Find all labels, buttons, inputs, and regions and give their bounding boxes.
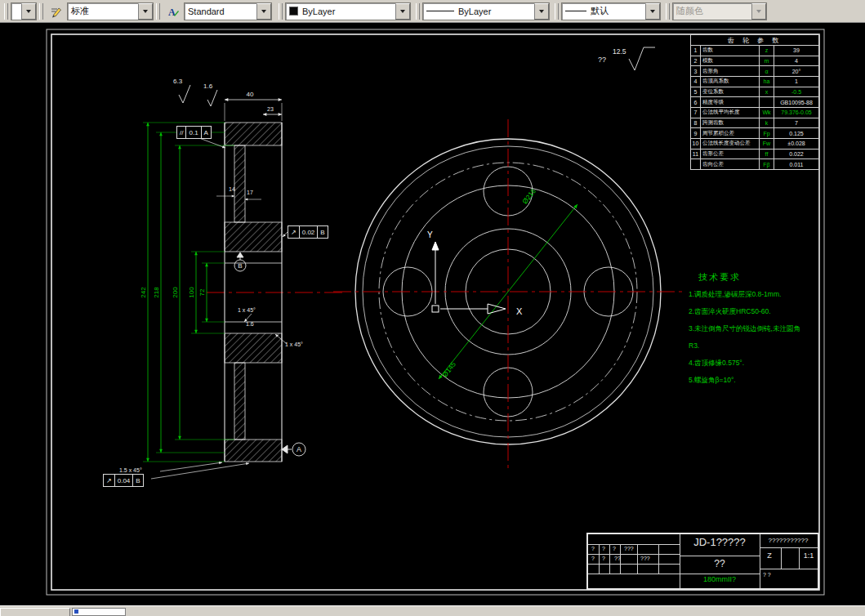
chamfer-label-3: 1.5 x 45°	[119, 467, 142, 473]
title-block-line	[680, 574, 760, 574]
table-row: 2 模数 m 4	[691, 56, 818, 67]
param-name: 公法线长度变动公差	[701, 139, 760, 149]
title-block-line	[680, 556, 760, 556]
table-row: 11 齿形公差 ff 0.022	[691, 150, 818, 160]
surface-finish-symbols: 6.3 1.6 12.5 ??	[173, 47, 655, 106]
dim-style-combo[interactable]: 标准	[67, 2, 154, 20]
plot-style-combo-value: 随颜色	[673, 3, 751, 20]
param-name: 跨测齿数	[701, 118, 760, 128]
tolerance-datum: B	[318, 226, 327, 238]
note-item: 3.未注倒角尺寸的锐边倒钝,未注圆角	[689, 320, 827, 337]
param-name: 齿形角	[701, 66, 760, 76]
chevron-down-icon[interactable]	[138, 3, 153, 20]
param-name: 周节累积公差	[701, 128, 760, 138]
param-no: 2	[691, 56, 701, 66]
dim-14: 14	[229, 186, 235, 192]
tolerance-value: 0.02	[300, 226, 319, 238]
param-sym	[760, 97, 774, 107]
tolerance-symbol: //	[177, 127, 186, 138]
material: 180mmII?	[681, 575, 758, 583]
table-row: 1 齿数 z 39	[691, 46, 818, 56]
toolbar-grip[interactable]	[39, 3, 43, 20]
tolerance-value: 0.1	[186, 127, 201, 138]
rim-bottom-hatch	[225, 440, 282, 462]
app-icon	[74, 609, 78, 614]
param-sym: Wk	[760, 108, 774, 118]
part-number: JD-1?????	[681, 536, 758, 548]
color-swatch	[289, 7, 298, 16]
linetype-combo-value: ByLayer	[423, 3, 534, 20]
tolerance-value: 0.04	[115, 475, 134, 486]
param-no: 11	[691, 150, 701, 159]
roughness-check-icon	[207, 90, 217, 106]
toolbar-grip[interactable]	[666, 3, 670, 20]
chevron-down-icon[interactable]	[395, 3, 410, 20]
param-no: 1	[691, 46, 701, 56]
param-val: 7	[774, 118, 818, 128]
linetype-combo[interactable]: ByLayer	[422, 2, 550, 20]
lineweight-combo-value: 默认	[562, 3, 645, 20]
taskbar-button[interactable]	[0, 608, 70, 616]
chevron-down-icon[interactable]	[21, 3, 36, 20]
note-item: R3.	[689, 337, 827, 355]
text-style-icon[interactable]: A	[164, 2, 182, 20]
dim-outer-dia-label: Ø216	[520, 187, 537, 206]
lineweight-combo[interactable]: 默认	[561, 2, 661, 20]
param-no: 9	[691, 128, 701, 138]
section-dimensions: 242 218 200 100 72	[140, 123, 207, 462]
param-no	[691, 159, 701, 169]
param-sym: k	[760, 118, 774, 128]
param-sym: ff	[760, 150, 774, 159]
text-style-combo[interactable]: Standard	[184, 2, 272, 20]
chevron-down-icon[interactable]	[534, 3, 549, 20]
title-cell-mark: ?	[602, 556, 605, 561]
drawing-canvas[interactable]: Ø216 Ø145 X Y	[0, 23, 865, 605]
param-val: 0.011	[774, 159, 818, 169]
chevron-down-icon[interactable]	[645, 3, 660, 20]
toolbar-grip[interactable]	[279, 3, 283, 20]
param-val: 20°	[774, 66, 818, 76]
param-val: 39	[774, 46, 818, 56]
pickbox	[432, 306, 439, 312]
roughness-check-icon	[629, 47, 655, 70]
color-combo[interactable]: ByLayer	[285, 2, 411, 20]
title-cell-mark: ???	[640, 556, 650, 561]
dim-style-combo-value: 标准	[68, 3, 138, 20]
title-block-line	[760, 569, 818, 569]
title-cell-mark: ??	[614, 556, 621, 561]
param-val: 1	[774, 77, 818, 87]
part-name: ??	[681, 558, 758, 569]
title-block-line	[658, 544, 659, 574]
table-row: 8 跨测齿数 k 7	[691, 118, 818, 129]
dim-style-icon[interactable]	[47, 2, 65, 20]
dim-40: 40	[247, 91, 254, 98]
toolbar-grip[interactable]	[156, 3, 160, 20]
dim-72: 72	[198, 288, 206, 296]
chamfer-label-2: 1 x 45°	[285, 341, 303, 347]
technical-notes: 技术要求 1.调质处理,渗碳层深0.8-1mm. 2.齿面淬火硬度HRC50-6…	[689, 271, 827, 389]
scale-value: 1:1	[799, 551, 818, 560]
taskbar-field[interactable]	[72, 608, 126, 616]
param-name: 模数	[701, 56, 760, 66]
title-block-line	[588, 574, 680, 574]
rim-top-hatch	[225, 123, 282, 145]
param-val: 79.376-0.05	[774, 108, 818, 118]
finish-6-3: 6.3	[173, 78, 183, 85]
param-no: 3	[691, 66, 701, 76]
note-item: 1.调质处理,渗碳层深0.8-1mm.	[689, 286, 827, 303]
datum-b-label: B	[238, 262, 242, 270]
toolbar-grip[interactable]	[555, 3, 559, 20]
param-sym: m	[760, 56, 774, 66]
dim-100: 100	[188, 287, 195, 298]
roughness-prefix: ??	[598, 56, 606, 64]
workspace-combo[interactable]	[11, 2, 37, 20]
dim-17: 17	[247, 190, 253, 195]
tolerance-symbol: ↗	[104, 475, 115, 486]
chevron-down-icon[interactable]	[256, 3, 271, 20]
param-name: 变位系数	[701, 87, 760, 97]
company-name: ???????????	[759, 537, 818, 544]
toolbar-grip[interactable]	[4, 3, 8, 20]
toolbar-grip[interactable]	[416, 3, 420, 20]
finish-1-6: 1.6	[203, 83, 213, 90]
lineweight-glyph	[565, 11, 586, 11]
